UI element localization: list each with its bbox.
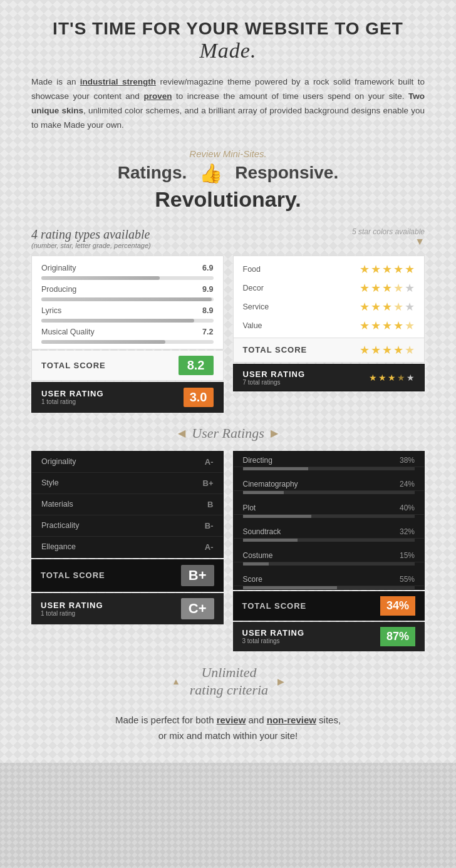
musical-label: Musical Quality [41,328,95,336]
star2: ★ [371,281,381,295]
cinematography-pct: 24% [400,480,415,488]
number-review-card: Originality 6.9 Producing 9.9 Lyrics 8.9 [31,256,224,349]
score-bar-bg [243,586,415,589]
tstar5: ★ [405,343,415,357]
costume-label: Costume [243,551,273,560]
top-two-col: Originality 6.9 Producing 9.9 Lyrics 8.9 [31,256,425,413]
star-total-score-label: TOTAL SCORE [243,345,308,354]
star5: ★ [405,319,415,333]
star3: ★ [382,300,392,314]
intro-bold2: Two unique skins [31,91,425,115]
letter-style-label: Style [41,478,59,487]
pct-costume-row: Costume 15% [234,547,425,562]
lyrics-bar-fill [41,319,194,323]
score-pct: 55% [400,575,415,584]
intro-text: Made is an industrial strength review/ma… [31,75,425,133]
decor-stars: ★ ★ ★ ★ ★ [360,281,415,295]
footer-text: Made is perfect for both review and non-… [31,712,425,744]
letter-originality-label: Originality [41,457,76,466]
arrow-up-icon: ▲ [172,676,180,686]
service-label: Service [243,302,269,311]
letter-review-card: Originality A- Style B+ Materials B Prac… [31,451,224,558]
pct-plot-row: Plot 40% [234,499,425,515]
thumb-icon: 👍 [199,162,222,184]
letter-originality-grade: A- [205,457,214,467]
header-title: IT'S TIME FOR YOUR WEBSITE TO GET Made. [31,19,425,63]
user-ratings-section: ◀ User Ratings ▶ [31,425,425,442]
pct-review-col: Directing 38% Cinematography 24% Plot 40… [233,451,425,651]
plot-bar-fill [243,515,312,518]
star-service-row: Service ★ ★ ★ ★ ★ [243,300,415,314]
header-title-part1: IT'S TIME FOR YOUR WEBSITE TO GET [53,19,403,38]
value-stars: ★ ★ ★ ★ ★ [360,319,415,333]
letter-user-title: USER RATING [41,601,103,610]
ustar1: ★ [369,373,377,383]
cinematography-bar-fill [243,491,284,494]
lyrics-label: Lyrics [41,306,61,315]
number-criteria-originality: Originality 6.9 [41,264,214,272]
producing-label: Producing [41,285,76,294]
plot-pct: 40% [400,504,415,512]
star4: ★ [393,281,403,295]
footer-line2: or mix and match within your site! [158,730,298,741]
tstar3: ★ [382,343,392,357]
letter-practicality-grade: B- [205,521,214,530]
pct-user-sub: 3 total ratings [242,638,305,644]
service-stars: ★ ★ ★ ★ ★ [360,300,415,314]
star-review-card: Food ★ ★ ★ ★ ★ Decor ★ ★ ★ ★ [233,256,425,338]
intro-bold1: industrial strength [80,77,156,86]
tagline-ratings: Ratings. [118,163,187,183]
food-stars: ★ ★ ★ ★ ★ [360,262,415,276]
star3: ★ [382,319,392,333]
pct-total-label: TOTAL SCORE [242,601,307,611]
plot-label: Plot [243,504,256,512]
letter-style-row: Style B+ [32,473,223,494]
pct-user-row: USER RATING 3 total ratings 87% [233,622,425,651]
rating-types-sub: (number, star, letter grade, percentage) [31,242,151,249]
page-wrapper: IT'S TIME FOR YOUR WEBSITE TO GET Made. … [0,0,456,763]
number-user-rating-sub: 1 total rating [41,398,104,405]
unlimited-text: Unlimitedrating criteria [190,664,268,698]
tagline-section: Review Mini-Sites. Ratings. 👍 Responsive… [31,148,425,212]
star1: ★ [360,300,370,314]
number-criteria-musical: Musical Quality 7.2 [41,328,214,336]
star2: ★ [371,319,381,333]
star5: ★ [405,281,415,295]
originality-label: Originality [41,264,76,272]
star-user-rating-label: USER RATING 7 total ratings [243,369,306,386]
originality-bar-fill [41,276,160,280]
letter-practicality-row: Practicality B- [32,515,223,537]
tstar2: ★ [371,343,381,357]
score-label: Score [243,575,262,584]
number-criteria-producing: Producing 9.9 [41,285,214,294]
ustar2: ★ [378,373,386,383]
number-user-rating-label: USER RATING 1 total rating [41,389,104,405]
rating-types-info: 4 rating types available (number, star, … [31,227,151,249]
musical-score: 7.2 [202,328,213,336]
star4: ★ [393,300,403,314]
intro-proven: proven [143,91,172,101]
arrows-right: ▶ [277,676,284,686]
soundtrack-pct: 32% [400,527,415,536]
user-ratings-label: User Ratings [192,425,264,442]
pct-directing-row: Directing 38% [234,452,425,467]
letter-ellegance-grade: A- [205,542,214,552]
star5: ★ [405,262,415,276]
number-user-rating-row: USER RATING 1 total rating 3.0 [31,382,224,413]
musical-bar-bg [41,340,214,344]
number-total-score-value: 8.2 [179,356,214,375]
number-total-score-row: TOTAL SCORE 8.2 [31,351,224,381]
pct-score-row: Score 55% [234,571,425,586]
star5: ★ [405,300,415,314]
letter-review-col: Originality A- Style B+ Materials B Prac… [31,451,224,651]
unlimited-section: ▲ Unlimitedrating criteria ▶ [31,664,425,700]
letter-style-grade: B+ [203,478,214,488]
producing-bar-bg [41,297,214,301]
tagline-revolutionary: Revolutionary. [31,187,425,212]
star-review-col: Food ★ ★ ★ ★ ★ Decor ★ ★ ★ ★ [233,256,425,413]
arrow-right2-icon: ▶ [277,676,284,686]
letter-ellegance-label: Ellegance [41,542,76,551]
soundtrack-label: Soundtrack [243,527,281,536]
number-review-col: Originality 6.9 Producing 9.9 Lyrics 8.9 [31,256,224,413]
letter-materials-label: Materials [41,500,73,509]
